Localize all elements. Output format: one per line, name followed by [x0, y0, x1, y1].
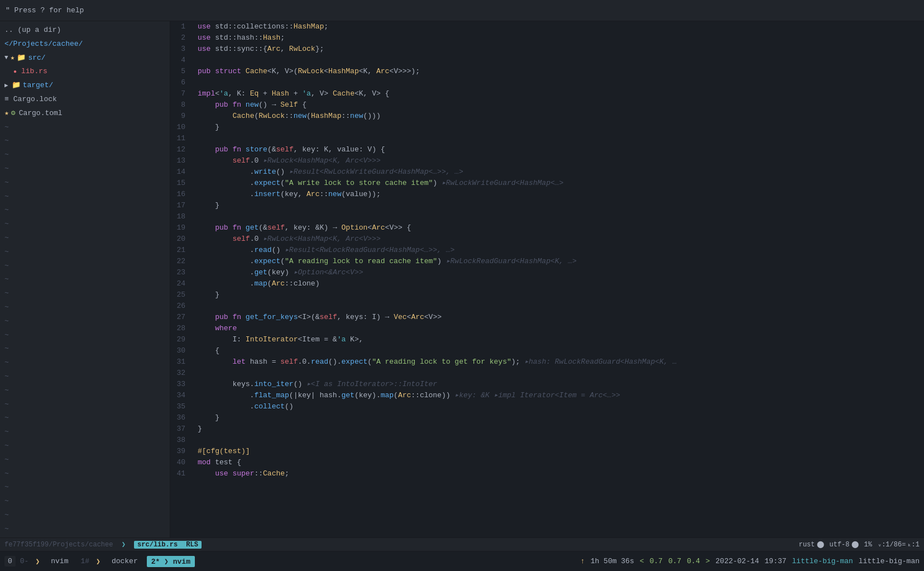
- uptime-label: 1h 50m 36s: [591, 557, 634, 565]
- code-line-15: .expect("A write lock to store cache ite…: [198, 178, 924, 189]
- ln-1: 1: [170, 21, 190, 32]
- bottom-right: ↑ 1h 50m 36s < 0.7 0.7 0.4 > 2022-02-14 …: [581, 557, 920, 565]
- tilde-30: ~: [0, 522, 170, 536]
- code-line-35: .collect(): [198, 401, 924, 412]
- arrow-up-icon: ↑: [581, 557, 585, 565]
- ln-16: 16: [170, 189, 190, 200]
- ln-36: 36: [170, 412, 190, 424]
- sidebar-item-cargo-toml[interactable]: ★ ⚙ Cargo.toml: [0, 107, 170, 121]
- ln-19: 19: [170, 222, 190, 234]
- ln-14: 14: [170, 166, 190, 178]
- sidebar-item-cargo-lock[interactable]: ≡ Cargo.lock: [0, 93, 170, 107]
- ln-3: 3: [170, 44, 190, 55]
- src-folder-icon: 📁: [17, 53, 26, 64]
- ln-29: 29: [170, 334, 190, 345]
- code-line-39: #[cfg(test)]: [198, 446, 924, 457]
- editor-filename: src/lib.rs: [137, 541, 178, 549]
- code-line-12: pub fn store(&self, key: K, value: V) {: [198, 144, 924, 155]
- lsp-label: RLS: [186, 541, 198, 549]
- code-line-2: use std::hash::Hash;: [198, 32, 924, 44]
- code-line-1: use std::collections::HashMap;: [198, 21, 924, 32]
- code-area: 1 2 3 4 5 6 7 8 9 10 11 12 13 14 15 16 1…: [170, 21, 924, 537]
- encoding-dot: ⬤: [851, 540, 859, 549]
- tilde-24: ~: [0, 439, 170, 453]
- tmux-item-nvim-0[interactable]: nvim: [46, 556, 73, 567]
- src-expand-icon: ▼: [4, 53, 8, 63]
- ln-9: 9: [170, 111, 190, 122]
- sidebar-content: .. (up a dir) </Projects/cachee/ ▼ ★ 📁 s…: [0, 21, 170, 537]
- ln-32: 32: [170, 368, 190, 379]
- code-lines: use std::collections::HashMap; use std::…: [195, 21, 924, 537]
- time-label: 19:37: [765, 557, 787, 565]
- code-line-30: {: [198, 345, 924, 356]
- code-line-13: self.0 ▸RwLock<HashMap<K, Arc<V>>>: [198, 155, 924, 166]
- code-line-38: [198, 435, 924, 446]
- cargo-lock-icon: ≡: [4, 94, 9, 106]
- code-line-23: .get(key) ▸Option<&Arc<V>>: [198, 267, 924, 278]
- bottom-bar: 0 0- ❯ nvim 1# ❯ docker 2* ❯ nvim ↑ 1h 5…: [0, 551, 924, 571]
- tmux-separator-2: 1#: [80, 557, 89, 565]
- code-line-40: mod test {: [198, 457, 924, 468]
- filename-badge: src/lib.rs RLS: [134, 541, 202, 549]
- ln-35: 35: [170, 401, 190, 412]
- ln-13: 13: [170, 155, 190, 166]
- code-line-28: where: [198, 323, 924, 334]
- code-line-3: use std::sync::{Arc, RwLock};: [198, 44, 924, 55]
- sidebar: .. (up a dir) </Projects/cachee/ ▼ ★ 📁 s…: [0, 21, 170, 537]
- code-line-41: use super::Cache;: [198, 468, 924, 479]
- load-val-3: 0.4: [687, 557, 700, 565]
- ln-22: 22: [170, 256, 190, 267]
- tilde-20: ~: [0, 384, 170, 398]
- status-left: fe77f35f199/Projects/cachee ❯ src/lib.rs…: [4, 540, 799, 549]
- tilde-8: ~: [0, 217, 170, 231]
- code-line-27: pub fn get_for_keys<I>(&self, keys: I) →…: [198, 312, 924, 323]
- scroll-percent: 1%: [864, 541, 872, 549]
- load-val-1: 0.7: [650, 557, 663, 565]
- language-label: rust: [799, 541, 815, 549]
- ln-17: 17: [170, 200, 190, 211]
- cargo-toml-star: ★: [4, 108, 9, 120]
- tilde-18: ~: [0, 356, 170, 370]
- tmux-zero-label: 0: [4, 556, 16, 567]
- ln-33: 33: [170, 379, 190, 390]
- ln-11: 11: [170, 133, 190, 144]
- load-1: <: [640, 557, 644, 565]
- tilde-29: ~: [0, 508, 170, 522]
- line-numbers: 1 2 3 4 5 6 7 8 9 10 11 12 13 14 15 16 1…: [170, 21, 195, 537]
- git-hash: fe77f35f199/Projects/cachee: [4, 541, 113, 549]
- code-line-37: }: [198, 424, 924, 435]
- sidebar-item-up-dir[interactable]: .. (up a dir): [0, 23, 170, 37]
- help-bar: " Press ? for help: [0, 0, 924, 21]
- ln-40: 40: [170, 457, 190, 468]
- ln-12: 12: [170, 144, 190, 155]
- tilde-9: ~: [0, 231, 170, 245]
- sidebar-item-target[interactable]: ▶ 📁 target/: [0, 79, 170, 93]
- tilde-28: ~: [0, 494, 170, 508]
- code-line-26: [198, 301, 924, 312]
- sidebar-item-src[interactable]: ▼ ★ 📁 src/: [0, 51, 170, 65]
- code-line-9: Cache(RwLock::new(HashMap::new())): [198, 111, 924, 122]
- lib-rs-label: lib.rs: [21, 66, 47, 78]
- ln-28: 28: [170, 323, 190, 334]
- tmux-item-nvim-2[interactable]: 2* ❯ nvim: [147, 556, 195, 567]
- code-line-22: .expect("A reading lock to read cache it…: [198, 256, 924, 267]
- ln-4: 4: [170, 55, 190, 66]
- ln-27: 27: [170, 312, 190, 323]
- hostname-text: little-big-man: [859, 557, 920, 565]
- src-label: src/: [28, 53, 45, 64]
- target-expand-icon: ▶: [4, 81, 8, 91]
- editor[interactable]: 1 2 3 4 5 6 7 8 9 10 11 12 13 14 15 16 1…: [170, 21, 924, 537]
- percent-label: 1%: [864, 541, 872, 549]
- ln-21: 21: [170, 245, 190, 256]
- code-line-17: }: [198, 200, 924, 211]
- tilde-2: ~: [0, 134, 170, 148]
- sidebar-item-lib-rs[interactable]: ● lib.rs: [0, 65, 170, 79]
- tilde-3: ~: [0, 148, 170, 162]
- tmux-arrow-icon: ❯: [35, 557, 40, 566]
- sidebar-item-projects[interactable]: </Projects/cachee/: [0, 37, 170, 51]
- main-content: .. (up a dir) </Projects/cachee/ ▼ ★ 📁 s…: [0, 21, 924, 537]
- code-line-19: pub fn get(&self, key: &K) → Option<Arc<…: [198, 222, 924, 234]
- tmux-item-docker[interactable]: docker: [107, 556, 142, 567]
- code-line-36: }: [198, 412, 924, 424]
- tmux-separator-1: 0-: [20, 557, 29, 565]
